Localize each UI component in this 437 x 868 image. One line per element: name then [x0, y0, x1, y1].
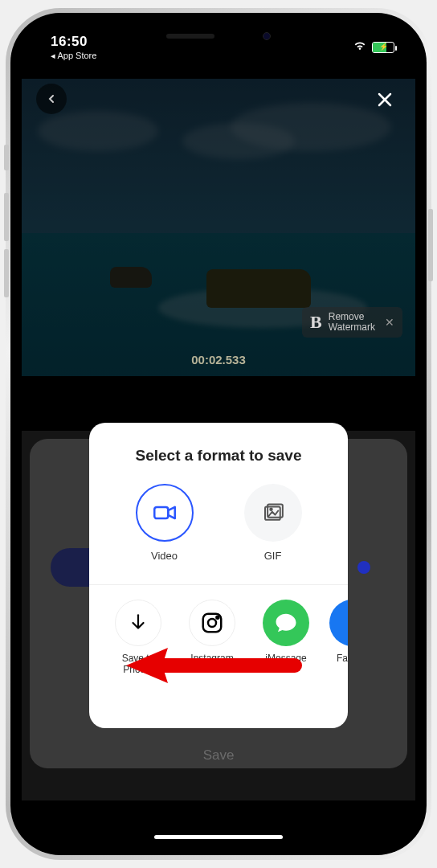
- format-select-sheet: Select a format to save Video: [89, 423, 348, 728]
- share-imessage[interactable]: iMessage: [255, 600, 317, 676]
- home-indicator[interactable]: [154, 835, 283, 839]
- share-label: iMessage: [265, 653, 306, 664]
- share-label: Facebo: [337, 653, 348, 664]
- share-instagram[interactable]: Instagram: [181, 600, 243, 676]
- svg-rect-2: [154, 507, 168, 518]
- facebook-icon: f: [329, 600, 348, 646]
- dismiss-watermark-icon[interactable]: ✕: [385, 316, 394, 329]
- sheet-title: Select a format to save: [89, 423, 348, 484]
- video-preview: B Remove Watermark ✕ 00:02.533: [22, 79, 415, 376]
- volume-down-button: [4, 249, 9, 297]
- svg-point-10: [216, 616, 218, 619]
- watermark-label: Watermark: [329, 322, 375, 333]
- share-label: Instagram: [190, 653, 233, 664]
- notch: [126, 24, 311, 48]
- imessage-icon: [263, 600, 309, 646]
- format-gif-option[interactable]: GIF: [244, 484, 302, 562]
- power-button: [428, 209, 433, 281]
- svg-point-6: [270, 508, 272, 510]
- video-icon: [136, 484, 194, 542]
- download-icon: [115, 600, 161, 646]
- instagram-icon: [189, 600, 235, 646]
- watermark-label: Remove: [329, 312, 375, 322]
- volume-up-button: [4, 193, 9, 241]
- timecode: 00:02.533: [22, 353, 415, 366]
- format-label: Video: [151, 550, 178, 562]
- battery-icon: ⚡: [372, 42, 394, 53]
- format-label: GIF: [264, 550, 282, 562]
- share-label: Save to Photos: [107, 653, 169, 676]
- svg-point-9: [208, 619, 216, 627]
- format-video-option[interactable]: Video: [136, 484, 194, 562]
- share-facebook[interactable]: f Facebo: [329, 600, 348, 676]
- status-time: 16:50: [51, 35, 96, 50]
- wifi-icon: [353, 40, 367, 55]
- gif-icon: [244, 484, 302, 542]
- divider: [89, 584, 348, 585]
- close-button[interactable]: [369, 84, 401, 116]
- back-to-app[interactable]: ◂ App Store: [51, 51, 96, 60]
- svg-marker-3: [168, 507, 175, 518]
- brand-icon: B: [310, 312, 322, 333]
- mute-switch: [4, 145, 9, 170]
- share-save-photos[interactable]: Save to Photos: [107, 600, 169, 676]
- remove-watermark-button[interactable]: B Remove Watermark ✕: [302, 307, 402, 338]
- save-button[interactable]: Save: [22, 747, 415, 764]
- back-button[interactable]: [36, 84, 67, 114]
